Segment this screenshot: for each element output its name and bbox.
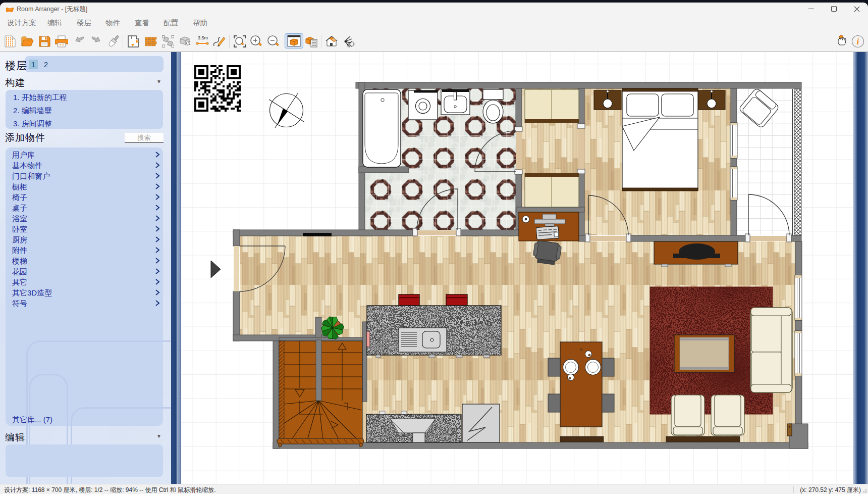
svg-text:3,5m: 3,5m (198, 35, 208, 40)
svg-text:i: i (857, 37, 859, 46)
